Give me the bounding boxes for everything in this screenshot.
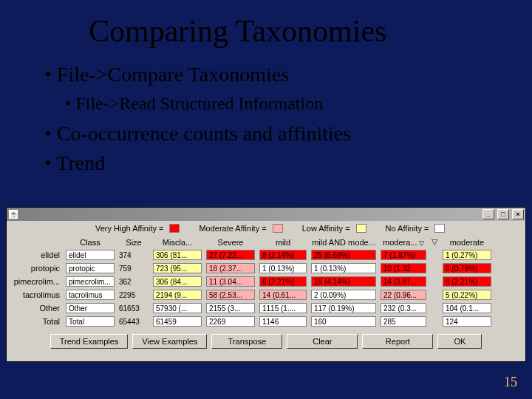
row-label: Other [13,304,61,313]
cell-size: 61653 [119,304,149,313]
cell-class[interactable]: tacrolimus [66,290,115,300]
cell-moderate[interactable]: 6 (0.79%) [443,263,491,273]
cell-mild-and-mode[interactable]: 15 (4.14%) [311,276,376,287]
trend-examples-button[interactable]: Trend Examples [50,334,129,349]
cell-severe[interactable]: 18 (2.37... [206,263,255,273]
cell-miscla[interactable]: 306 (81... [153,250,202,260]
cell-size: 374 [119,251,149,259]
swatch-high-icon [169,224,180,233]
cell-size: 362 [119,278,149,286]
col-mild[interactable]: mild [259,238,307,247]
cell-class[interactable]: pimecrolim... [66,276,115,287]
cell-class[interactable]: protopic [66,263,115,273]
page-title: Comparing Taxonomies [89,13,386,49]
affinity-legend: Very High Affinity = Moderate Affinity =… [7,221,525,234]
cell-modera[interactable]: 14 (3.87... [381,276,426,287]
swatch-low-icon [356,224,366,233]
app-window: ☕ _ □ × Very High Affinity = Moderate Af… [6,207,526,362]
col-miscla[interactable]: Miscla... [153,238,202,247]
cell-moderate[interactable]: 5 (0.22%) [443,290,491,300]
bullet-2: • File->Read Structured Information [65,92,351,115]
cell-miscla[interactable]: 57930 (... [153,303,202,313]
titlebar[interactable]: ☕ _ □ × [7,208,525,221]
cell-class[interactable]: Total [66,316,115,327]
row-label: Total [13,317,61,326]
clear-button[interactable]: Clear [287,334,358,349]
cell-size: 2295 [119,291,149,299]
cell-mild[interactable]: 1146 [259,316,307,327]
cell-mild-and-mode[interactable]: 117 (0.19%) [311,303,376,313]
cell-class[interactable]: elidel [66,250,115,260]
close-button[interactable]: × [512,209,524,219]
bullet-list: • File->Compare Taxonomies • File->Read … [44,61,351,179]
swatch-moderate-icon [273,224,283,233]
data-table: Class Size Miscla... Severe mild mild AN… [7,234,525,328]
bullet-4: • Trend [44,149,351,177]
cell-mild[interactable]: 8 (2.21%) [259,276,307,287]
row-label: tacrolimus [13,290,61,299]
cell-severe[interactable]: 2155 (3... [206,303,255,313]
col-severe[interactable]: Severe [206,238,255,247]
cell-mild-and-mode[interactable]: 160 [311,316,376,327]
cell-size: 65443 [119,318,149,326]
legend-veryhigh-label: Very High Affinity = [95,224,163,233]
sort-indicator-icon[interactable]: ▽ [431,237,438,247]
legend-moderate-label: Moderate Affinity = [199,224,266,233]
cell-moderate[interactable]: 104 (0.1... [443,303,491,313]
cell-modera[interactable]: 22 (0.96... [381,290,426,300]
cell-mild-and-mode[interactable]: 25 (6.68%) [311,250,376,260]
cell-miscla[interactable]: 306 (84... [153,276,202,287]
cell-mild-and-mode[interactable]: 2 (0.09%) [311,290,376,300]
col-modera[interactable]: modera... [381,238,426,247]
button-row: Trend Examples View Examples Transpose C… [7,328,525,355]
maximize-button[interactable]: □ [497,209,509,219]
cell-moderate[interactable]: 8 (2.21%) [443,276,491,287]
cell-mild[interactable]: 1 (0.13%) [259,263,307,273]
swatch-none-icon [434,224,445,233]
cell-moderate[interactable]: 124 [443,316,491,327]
legend-low-label: Low Affinity = [302,224,350,233]
cell-miscla[interactable]: 723 (95... [153,263,202,273]
cell-severe[interactable]: 2269 [206,316,255,327]
cell-mild[interactable]: 8 (2.14%) [259,250,307,260]
col-moderate[interactable]: moderate [443,238,491,247]
cell-mild[interactable]: 14 (0.61... [259,290,307,300]
page-number: 15 [504,375,517,390]
legend-none-label: No Affinity = [386,224,429,233]
cell-mild[interactable]: 1115 (1.... [259,303,307,313]
view-examples-button[interactable]: View Examples [132,334,207,349]
row-label: elidel [13,250,61,259]
cell-modera[interactable]: 285 [381,316,426,327]
bullet-3: • Co-occurrence counts and affinities [44,120,351,148]
col-size[interactable]: Size [119,238,149,247]
cell-severe[interactable]: 11 (3.04... [206,276,255,287]
minimize-button[interactable]: _ [482,209,494,219]
row-label: protopic [13,264,61,273]
cell-size: 759 [119,265,149,273]
row-label: pimecrolim... [13,277,61,286]
col-class[interactable]: Class [66,238,115,247]
cell-moderate[interactable]: 1 (0.27%) [443,250,491,260]
bullet-1: • File->Compare Taxonomies [44,61,351,89]
cell-modera[interactable]: 232 (0.3... [381,303,426,313]
cell-miscla[interactable]: 2194 (9... [153,290,202,300]
col-mild-and-mode[interactable]: mild AND mode... [311,238,376,247]
cell-mild-and-mode[interactable]: 1 (0.13%) [311,263,376,273]
transpose-button[interactable]: Transpose [211,334,282,349]
java-icon: ☕ [8,209,18,219]
cell-severe[interactable]: 58 (2.53... [206,290,255,300]
report-button[interactable]: Report [362,334,433,349]
ok-button[interactable]: OK [437,334,482,349]
cell-severe[interactable]: 27 (7.22... [206,250,255,260]
cell-modera[interactable]: 7 (1.87%) [381,250,426,260]
cell-miscla[interactable]: 61459 [153,316,202,327]
cell-class[interactable]: Other [66,303,115,313]
cell-modera[interactable]: 10 (1.32... [381,263,426,273]
